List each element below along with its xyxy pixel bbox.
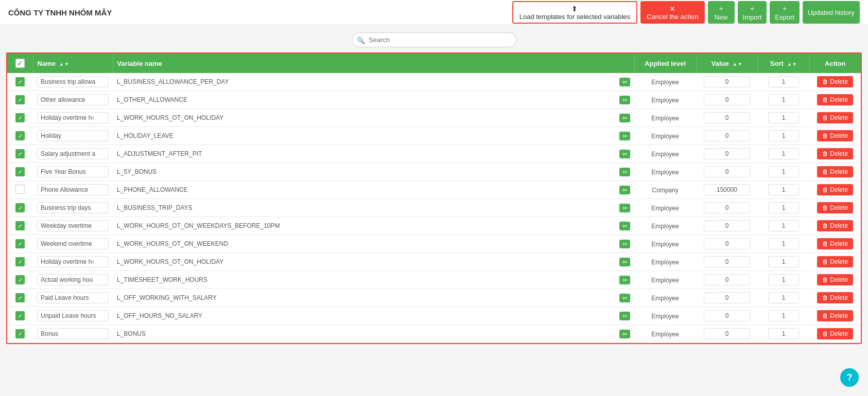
row-value-input[interactable] (704, 202, 750, 213)
row-name-input[interactable] (37, 256, 109, 267)
delete-button[interactable]: 🗑 Delete (817, 148, 853, 159)
delete-button[interactable]: 🗑 Delete (817, 94, 853, 105)
name-sort-icon[interactable]: ▲▼ (59, 61, 70, 67)
delete-button[interactable]: 🗑 Delete (817, 292, 853, 303)
row-checkbox[interactable]: ✓ (15, 203, 25, 212)
varname-link-icon[interactable]: ⇔ (619, 150, 630, 158)
row-checkbox[interactable]: ✓ (15, 221, 25, 230)
row-sort-input[interactable] (768, 310, 799, 321)
row-checkbox[interactable]: ✓ (15, 95, 25, 104)
varname-link-icon[interactable]: ⇔ (619, 186, 630, 194)
row-value-input[interactable] (704, 94, 750, 105)
row-checkbox[interactable]: ✓ (15, 239, 25, 248)
row-sort-input[interactable] (768, 292, 799, 303)
updated-history-button[interactable]: Updated history (803, 1, 860, 24)
row-sort-input[interactable] (768, 238, 799, 249)
row-value-input[interactable] (704, 274, 750, 285)
varname-link-icon[interactable]: ⇔ (619, 222, 630, 230)
row-sort-input[interactable] (768, 76, 799, 87)
row-sort-input[interactable] (768, 112, 799, 123)
row-name-input[interactable] (37, 148, 109, 159)
delete-button[interactable]: 🗑 Delete (817, 310, 853, 321)
row-name-input[interactable] (37, 328, 109, 339)
row-sort-input[interactable] (768, 148, 799, 159)
varname-link-icon[interactable]: ⇔ (619, 258, 630, 266)
row-name-input[interactable] (37, 202, 109, 213)
varname-link-icon[interactable]: ⇔ (619, 240, 630, 248)
row-value-input[interactable] (704, 310, 750, 321)
delete-button[interactable]: 🗑 Delete (817, 238, 853, 249)
delete-button[interactable]: 🗑 Delete (817, 202, 853, 213)
row-value-input[interactable] (704, 256, 750, 267)
row-checkbox[interactable]: ✓ (15, 77, 25, 86)
varname-link-icon[interactable]: ⇔ (619, 132, 630, 140)
row-sort-input[interactable] (768, 220, 799, 231)
varname-link-icon[interactable]: ⇔ (619, 294, 630, 302)
row-value-input[interactable] (704, 130, 750, 141)
row-name-input[interactable] (37, 76, 109, 87)
sort-sort-icon[interactable]: ▲▼ (787, 61, 797, 67)
row-checkbox[interactable]: ✓ (15, 149, 25, 158)
row-value-input[interactable] (704, 112, 750, 123)
varname-link-icon[interactable]: ⇔ (619, 312, 630, 320)
row-value-input[interactable] (704, 76, 750, 87)
row-sort-input[interactable] (768, 94, 799, 105)
delete-button[interactable]: 🗑 Delete (817, 166, 853, 177)
varname-link-icon[interactable]: ⇔ (619, 114, 630, 122)
row-value-input[interactable] (704, 292, 750, 303)
row-name-input[interactable] (37, 310, 109, 321)
row-sort-input[interactable] (768, 328, 799, 339)
varname-link-icon[interactable]: ⇔ (619, 168, 630, 176)
delete-button[interactable]: 🗑 Delete (817, 274, 853, 285)
delete-button[interactable]: 🗑 Delete (817, 76, 853, 87)
row-sort-input[interactable] (768, 166, 799, 177)
row-name-input[interactable] (37, 274, 109, 285)
row-value-input[interactable] (704, 238, 750, 249)
row-checkbox[interactable]: ✓ (15, 329, 25, 338)
row-sort-input[interactable] (768, 274, 799, 285)
load-templates-button[interactable]: ⬆ Load templates for selected variables (512, 1, 637, 24)
cancel-action-button[interactable]: ✕ Cancel the action (640, 1, 704, 24)
varname-link-icon[interactable]: ⇔ (619, 330, 630, 338)
delete-button[interactable]: 🗑 Delete (817, 220, 853, 231)
row-name-input[interactable] (37, 220, 109, 231)
row-checkbox[interactable]: ✓ (15, 257, 25, 266)
row-checkbox[interactable] (15, 185, 25, 194)
row-checkbox[interactable]: ✓ (15, 113, 25, 122)
row-checkbox[interactable]: ✓ (15, 275, 25, 284)
varname-link-icon[interactable]: ⇔ (619, 96, 630, 104)
row-checkbox[interactable]: ✓ (15, 167, 25, 176)
row-sort-input[interactable] (768, 130, 799, 141)
search-input[interactable] (352, 32, 516, 47)
row-value-input[interactable] (704, 166, 750, 177)
varname-link-icon[interactable]: ⇔ (619, 78, 630, 86)
row-value-input[interactable] (704, 148, 750, 159)
select-all-checkbox[interactable]: ✓ (15, 59, 25, 68)
value-sort-icon[interactable]: ▲▼ (732, 61, 742, 67)
delete-button[interactable]: 🗑 Delete (817, 328, 853, 339)
row-name-input[interactable] (37, 112, 109, 123)
help-button[interactable]: ? (840, 368, 859, 387)
delete-button[interactable]: 🗑 Delete (817, 130, 853, 141)
varname-link-icon[interactable]: ⇔ (619, 204, 630, 212)
row-name-input[interactable] (37, 130, 109, 141)
import-button[interactable]: ＋ Import (738, 1, 767, 24)
row-name-input[interactable] (37, 94, 109, 105)
row-checkbox[interactable]: ✓ (15, 131, 25, 140)
new-button[interactable]: ＋ New (708, 1, 735, 24)
row-sort-input[interactable] (768, 256, 799, 267)
delete-button[interactable]: 🗑 Delete (817, 184, 853, 195)
delete-button[interactable]: 🗑 Delete (817, 112, 853, 123)
row-name-input[interactable] (37, 166, 109, 177)
row-value-input[interactable] (704, 184, 750, 195)
row-checkbox[interactable]: ✓ (15, 293, 25, 302)
export-button[interactable]: ＋ Export (770, 1, 800, 24)
select-all-header[interactable]: ✓ (7, 53, 33, 73)
row-value-input[interactable] (704, 328, 750, 339)
row-name-input[interactable] (37, 184, 109, 195)
row-sort-input[interactable] (768, 202, 799, 213)
row-checkbox[interactable]: ✓ (15, 311, 25, 320)
row-value-input[interactable] (704, 220, 750, 231)
row-name-input[interactable] (37, 238, 109, 249)
varname-link-icon[interactable]: ⇔ (619, 276, 630, 284)
